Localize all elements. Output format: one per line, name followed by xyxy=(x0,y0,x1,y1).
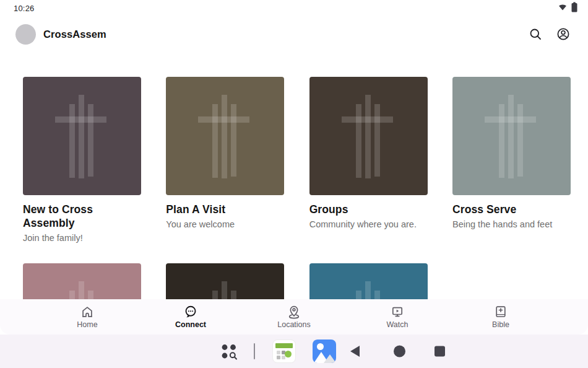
app-title: CrossAssem xyxy=(43,28,106,40)
card-cover-image xyxy=(23,77,141,195)
card-subtitle: You are welcome xyxy=(166,219,284,230)
chat-bubble-icon xyxy=(183,304,198,319)
nav-label: Watch xyxy=(387,320,409,330)
app-bar: CrossAssem xyxy=(0,17,588,51)
home-circle-icon[interactable] xyxy=(394,346,405,357)
card-subtitle: Join the family! xyxy=(23,232,141,244)
nav-item-connect[interactable]: Connect xyxy=(139,299,243,330)
calendar-app-header xyxy=(275,343,293,348)
three-crosses-logo-icon xyxy=(23,77,141,195)
nav-item-bible[interactable]: Bible xyxy=(449,299,553,330)
three-crosses-logo-icon xyxy=(166,77,284,195)
card-subtitle: Community where you are. xyxy=(309,219,428,230)
search-icon[interactable] xyxy=(528,27,543,42)
three-crosses-logo-icon xyxy=(452,77,571,195)
card-title: Cross Serve xyxy=(452,203,564,216)
calendar-app-icon[interactable] xyxy=(272,340,296,363)
all-apps-search-icon[interactable] xyxy=(220,342,238,361)
status-icons xyxy=(558,2,578,15)
card-title: Groups xyxy=(309,203,421,216)
bottom-navigation: Home Connect Locations xyxy=(0,299,588,335)
card-plan-a-visit[interactable]: Plan A Visit You are welcome xyxy=(166,77,284,244)
three-crosses-logo-icon xyxy=(309,77,428,195)
gallery-app-icon[interactable] xyxy=(313,340,336,363)
nav-item-home[interactable]: Home xyxy=(36,299,139,330)
nav-label: Locations xyxy=(277,320,311,330)
card-cover-image xyxy=(452,77,571,195)
status-time: 10:26 xyxy=(14,4,35,13)
wifi-icon xyxy=(558,2,567,14)
nav-item-watch[interactable]: Watch xyxy=(346,299,449,330)
nav-item-locations[interactable]: Locations xyxy=(243,299,346,330)
card-title: Plan A Visit xyxy=(166,203,277,216)
nav-label: Home xyxy=(77,320,97,330)
card-new-to-cross-assembly[interactable]: New to Cross Assembly Join the family! xyxy=(23,77,141,244)
card-cover-image xyxy=(166,77,284,195)
card-title: New to Cross Assembly xyxy=(23,203,134,230)
android-taskbar xyxy=(0,335,588,368)
status-bar: 10:26 xyxy=(0,0,588,16)
back-icon[interactable] xyxy=(350,346,360,357)
app-bar-actions xyxy=(528,27,571,42)
nav-label: Bible xyxy=(492,320,509,330)
card-groups[interactable]: Groups Community where you are. xyxy=(309,77,428,244)
watch-screen-icon xyxy=(390,304,405,319)
app-logo-avatar xyxy=(15,24,36,45)
home-icon xyxy=(80,304,95,319)
recents-square-icon[interactable] xyxy=(435,346,445,357)
card-cross-serve[interactable]: Cross Serve Being the hands and feet xyxy=(452,77,571,244)
nav-label: Connect xyxy=(175,320,206,330)
card-grid-row-1: New to Cross Assembly Join the family! P… xyxy=(0,77,588,244)
battery-icon xyxy=(571,2,578,15)
location-pin-icon xyxy=(287,304,301,319)
account-icon[interactable] xyxy=(556,27,571,42)
screen: 10:26 CrossAssem xyxy=(0,0,588,368)
taskbar-divider xyxy=(254,343,255,359)
bible-book-icon xyxy=(493,304,508,319)
card-subtitle: Being the hands and feet xyxy=(452,219,571,230)
card-cover-image xyxy=(309,77,428,195)
